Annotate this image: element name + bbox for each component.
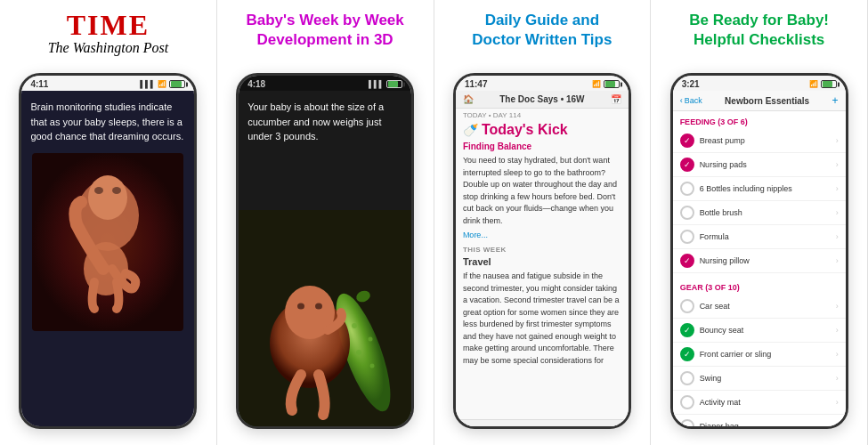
gear-items-list: Car seat›✓Bouncy seat›✓Front carrier or … xyxy=(673,295,846,429)
phone4-status-icons: 📶 xyxy=(809,80,837,88)
timeline-button[interactable]: 📊 My Timeline xyxy=(463,426,514,430)
phone3-more-link[interactable]: More... xyxy=(456,229,629,243)
chevron-left-icon: ‹ xyxy=(680,96,683,105)
phone3-footer: 📊 My Timeline ✉ xyxy=(456,419,629,429)
panel-press-logos: TIME The Washington Post 4:11 ▌▌▌ 📶 Brai… xyxy=(0,0,217,445)
check-circle: ✓ xyxy=(680,347,694,361)
chevron-right-icon: › xyxy=(836,302,839,311)
checklist-item[interactable]: ✓Nursing pads› xyxy=(673,153,846,177)
phone2-body: Your baby is about the size of a cucumbe… xyxy=(239,91,411,429)
checklist-item[interactable]: Car seat› xyxy=(673,295,846,319)
calendar-icon[interactable]: 📅 xyxy=(611,94,621,104)
checklist-item[interactable]: 6 Bottles including nipples› xyxy=(673,177,846,201)
time-logo: TIME xyxy=(67,11,150,39)
svg-point-10 xyxy=(369,337,373,342)
chevron-right-icon: › xyxy=(836,208,839,217)
checklist-item[interactable]: ✓Front carrier or sling› xyxy=(673,343,846,367)
feeding-items-list: ✓Breast pump›✓Nursing pads›6 Bottles inc… xyxy=(673,129,846,273)
check-circle xyxy=(680,299,694,313)
phone3-status-bar: 11:47 📶 xyxy=(456,76,629,91)
back-button[interactable]: ‹ Back xyxy=(680,96,702,105)
signal-icon: ▌▌▌ xyxy=(140,80,155,88)
item-label: Formula xyxy=(700,232,729,241)
gear-section: GEAR (3 OF 10) Car seat›✓Bouncy seat›✓Fr… xyxy=(673,277,846,429)
gear-header: GEAR (3 OF 10) xyxy=(673,280,846,295)
chevron-right-icon: › xyxy=(836,184,839,193)
item-label: Diaper bag xyxy=(700,422,739,429)
phone3-this-week: THIS WEEK xyxy=(456,243,629,255)
panel4-title: Be Ready for Baby! Helpful Checklists xyxy=(689,11,829,50)
checklist-item[interactable]: ✓Bouncy seat› xyxy=(673,319,846,343)
svg-point-16 xyxy=(315,303,322,310)
phone3-mockup: 11:47 📶 🏠 The Doc Says • 16W 📅 TODAY • D… xyxy=(453,73,631,429)
panel-checklists: Be Ready for Baby! Helpful Checklists 3:… xyxy=(651,0,868,445)
checklist-item[interactable]: ✓Nursing pillow› xyxy=(673,249,846,273)
checklist-item[interactable]: Activity mat› xyxy=(673,391,846,415)
phone3-travel-title: Travel xyxy=(456,255,629,269)
svg-point-3 xyxy=(94,187,103,194)
panel-3d-development: Baby's Week by Week Development in 3D 4:… xyxy=(217,0,434,445)
phone3-status-icons: 📶 xyxy=(592,80,620,88)
panel2-header: Baby's Week by Week Development in 3D xyxy=(246,11,403,64)
phone2-mockup: 4:18 ▌▌▌ Your baby is about the size of … xyxy=(236,73,414,429)
battery-icon3 xyxy=(604,80,620,88)
svg-point-12 xyxy=(370,364,375,368)
item-label: Bouncy seat xyxy=(700,326,744,335)
check-circle: ✓ xyxy=(680,158,694,172)
panel3-title: Daily Guide and Doctor Written Tips xyxy=(472,11,612,50)
chevron-right-icon: › xyxy=(836,374,839,383)
phone3-body: 🏠 The Doc Says • 16W 📅 TODAY • DAY 114 🍼… xyxy=(456,91,629,429)
baby-icon: 🍼 xyxy=(463,123,478,137)
chevron-right-icon: › xyxy=(836,232,839,241)
phone4-nav-title: Newborn Essentials xyxy=(725,96,809,106)
check-circle xyxy=(680,206,694,220)
phone4-status-bar: 3:21 📶 xyxy=(673,76,846,91)
item-label: Car seat xyxy=(700,302,730,311)
panel2-title: Baby's Week by Week Development in 3D xyxy=(246,11,403,50)
home-icon[interactable]: 🏠 xyxy=(463,94,474,104)
check-circle xyxy=(680,182,694,196)
wifi-icon: 📶 xyxy=(809,80,818,88)
svg-point-2 xyxy=(88,175,127,220)
battery-icon4 xyxy=(821,80,837,88)
item-label: Breast pump xyxy=(700,136,745,145)
phone2-status-bar: 4:18 ▌▌▌ xyxy=(239,76,411,91)
item-label: Bottle brush xyxy=(700,208,742,217)
item-label: 6 Bottles including nipples xyxy=(700,184,792,193)
checklist-item[interactable]: Bottle brush› xyxy=(673,201,846,225)
svg-point-11 xyxy=(356,350,361,355)
battery-icon xyxy=(169,80,185,88)
phone4-mockup: 3:21 📶 ‹ Back Newborn Essentials + FEEDI… xyxy=(670,73,848,429)
signal-icon: ▌▌▌ xyxy=(369,80,384,88)
phone2-status-icons: ▌▌▌ xyxy=(369,80,402,88)
phone1-time: 4:11 xyxy=(30,79,48,89)
item-label: Front carrier or sling xyxy=(700,350,772,359)
phone1-body: Brain monitoring studies indicate that a… xyxy=(21,91,194,429)
phone3-today-label: TODAY • DAY 114 xyxy=(456,109,629,120)
check-circle: ✓ xyxy=(680,323,694,337)
feeding-header: FEEDING (3 OF 6) xyxy=(673,115,846,129)
panel-daily-guide: Daily Guide and Doctor Written Tips 11:4… xyxy=(434,0,652,445)
mail-button[interactable]: ✉ xyxy=(612,425,621,429)
item-label: Activity mat xyxy=(700,398,741,407)
mail-icon: ✉ xyxy=(612,425,621,429)
checklist-item[interactable]: Diaper bag› xyxy=(673,415,846,429)
svg-point-9 xyxy=(352,323,357,328)
check-circle: ✓ xyxy=(680,134,694,148)
add-button[interactable]: + xyxy=(832,94,839,107)
svg-point-4 xyxy=(112,187,121,194)
phone4-time: 3:21 xyxy=(682,79,700,89)
phone3-time: 11:47 xyxy=(465,79,488,89)
checklist-item[interactable]: ✓Breast pump› xyxy=(673,129,846,153)
wifi-icon: 📶 xyxy=(592,80,601,88)
svg-point-15 xyxy=(297,303,304,310)
phone1-status-bar: 4:11 ▌▌▌ 📶 xyxy=(21,76,194,91)
checklist-item[interactable]: Formula› xyxy=(673,225,846,249)
check-circle xyxy=(680,371,694,385)
chevron-right-icon: › xyxy=(836,326,839,335)
check-circle xyxy=(680,230,694,244)
item-label: Swing xyxy=(700,374,722,383)
chevron-right-icon: › xyxy=(836,398,839,407)
checklist-item[interactable]: Swing› xyxy=(673,367,846,391)
phone2-time: 4:18 xyxy=(247,79,265,89)
